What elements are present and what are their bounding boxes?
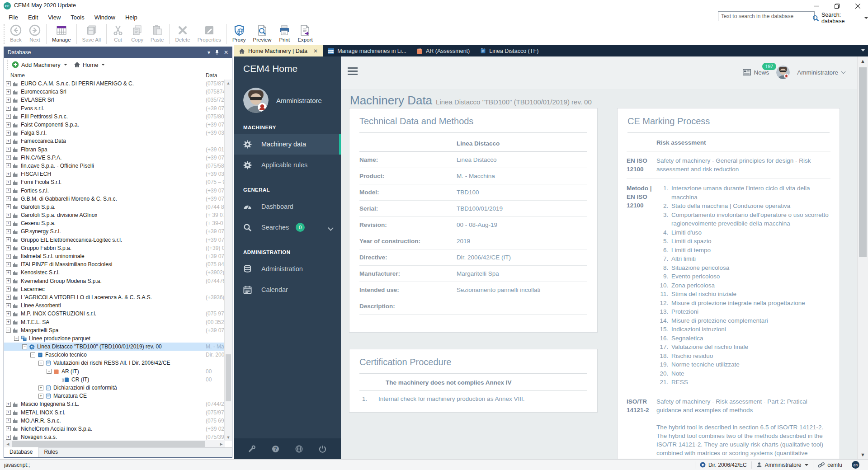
menu-window[interactable]: Window	[90, 13, 120, 22]
document-tab[interactable]: Manage machineries in Li...	[323, 45, 411, 56]
expander-icon[interactable]: +	[6, 81, 11, 86]
scroll-up-icon[interactable]: ▲	[225, 80, 232, 87]
expander-icon[interactable]: +	[6, 139, 11, 144]
toolbar-delete-button[interactable]: Delete	[171, 23, 193, 42]
expander-icon[interactable]: +	[6, 278, 11, 283]
tree-row[interactable]: + L'AGRICOLA VITOBELLO di Lacerenza A. &…	[4, 293, 225, 301]
expander-icon[interactable]: +	[6, 402, 11, 407]
user-avatar[interactable]	[776, 66, 790, 79]
expander-icon[interactable]: +	[6, 262, 11, 267]
expander-icon[interactable]: +	[6, 213, 11, 218]
tree-row[interactable]: − Linea Distacco "TBD100" (TBD100/01/201…	[4, 343, 225, 351]
toolbar-back-button[interactable]: Back	[6, 23, 25, 42]
tree-row[interactable]: + Faist Componenti S.p.a. (+39 07	[4, 121, 225, 129]
document-tab[interactable]: Linea Distacco (TF)	[475, 45, 543, 56]
tree-row[interactable]: + G.B.M. di Gabbarelli Moreno & C. S.n.c…	[4, 195, 225, 203]
add-machinery-button[interactable]: Add Machinery	[21, 61, 61, 68]
tree-row[interactable]: + GP.synergy S.r.l. (+39 07	[4, 227, 225, 235]
expander-icon[interactable]: +	[6, 237, 11, 242]
expander-icon[interactable]: +	[38, 394, 43, 399]
menu-view[interactable]: View	[43, 13, 66, 22]
expander-icon[interactable]: −	[38, 361, 43, 366]
tree-row[interactable]: − AR (IT) 00	[4, 367, 225, 376]
expander-icon[interactable]: +	[6, 254, 11, 259]
tree-row[interactable]: + Italmetal S.r.l. uninominale (+39 07	[4, 252, 225, 260]
tree-row[interactable]: + Kenosistec S.r.l. (+3902(	[4, 268, 225, 277]
restore-button[interactable]	[826, 0, 847, 12]
sidebar-item-administration[interactable]: Administration	[234, 258, 341, 279]
expander-icon[interactable]: +	[6, 270, 11, 275]
toolbar-manage-button[interactable]: Manage	[48, 23, 75, 42]
tree-row[interactable]: + M.P. INOX COSTRUZIONI s.r.l. (075 97(	[4, 310, 225, 318]
expander-icon[interactable]: +	[6, 131, 11, 136]
tree-row[interactable]: + ITALPINZE di Massimiliano Bocciolesi (…	[4, 260, 225, 268]
tree-row[interactable]: + Evos s.r.l. (+39 07	[4, 104, 225, 113]
status-language[interactable]: en	[847, 461, 864, 469]
tree-row[interactable]: − Linee produzione parquet	[4, 334, 225, 343]
tree-row[interactable]: + Gesenu S.p.a. (+ 39-0	[4, 219, 225, 227]
expander-icon[interactable]: −	[14, 336, 19, 341]
expander-icon[interactable]: +	[6, 122, 11, 127]
tree-row[interactable]: + Marcatura CE	[4, 392, 225, 400]
expander-icon[interactable]: +	[6, 320, 11, 324]
document-tab[interactable]: AR (Assessment)	[411, 45, 475, 56]
toolbar-next-button[interactable]: Next	[25, 23, 44, 42]
toolbar-print-button[interactable]: Print	[275, 23, 294, 42]
close-button[interactable]	[847, 0, 868, 12]
pin-icon[interactable]	[215, 50, 219, 55]
expander-icon[interactable]: +	[6, 89, 11, 94]
news-button[interactable]: News 197	[743, 69, 769, 76]
search-input[interactable]	[718, 11, 815, 21]
expander-icon[interactable]: +	[6, 221, 11, 226]
expander-icon[interactable]: +	[6, 180, 11, 185]
add-machinery-dropdown[interactable]	[64, 64, 67, 66]
home-dropdown[interactable]	[101, 64, 105, 66]
power-icon[interactable]	[319, 445, 326, 453]
expander-icon[interactable]: +	[6, 155, 11, 160]
tree-row[interactable]: + Mascio Ingegneria S.r.L. (0744/2	[4, 400, 225, 408]
home-button[interactable]: Home	[83, 61, 99, 68]
close-tab-icon[interactable]: ✕	[313, 48, 318, 54]
sidebar-item-searches[interactable]: Searches 0	[234, 217, 341, 238]
tree-row[interactable]: + Lacarmec	[4, 285, 225, 293]
toolbar-export-button[interactable]: Export	[294, 23, 316, 42]
expander-icon[interactable]: +	[6, 98, 11, 103]
sidebar-item-calendar[interactable]: Calendar	[234, 279, 341, 300]
tree-row[interactable]: + FISCATECH (+39 03	[4, 170, 225, 178]
tree-row[interactable]: + F.lli Pettirossi S.n.c. (075/80	[4, 113, 225, 121]
expander-icon[interactable]: +	[6, 245, 11, 250]
sidebar-item-machinery-data[interactable]: Machinery data	[234, 134, 341, 155]
dock-tab-database[interactable]: Database	[4, 447, 38, 457]
dock-tab-rules[interactable]: Rules	[38, 448, 63, 457]
tree-row[interactable]: + Garofoli S.p.a. divisione AGInox (+ 39…	[4, 211, 225, 219]
expander-icon[interactable]: +	[6, 287, 11, 291]
tree-row[interactable]: + Garofoli S.p.a. (0744 8(	[4, 203, 225, 211]
toolbar-copy-button[interactable]: Copy	[127, 23, 147, 42]
expander-icon[interactable]: −	[47, 369, 52, 374]
expander-icon[interactable]: +	[6, 172, 11, 177]
expander-icon[interactable]: +	[6, 418, 11, 423]
tree-row[interactable]: + Linee Assorbenti	[4, 301, 225, 310]
expander-icon[interactable]: +	[38, 385, 43, 390]
tree-row[interactable]: − Valutazioni dei rischi RESS All. I Dir…	[4, 359, 225, 367]
toolbar-proxy-button[interactable]: Proxy	[229, 23, 249, 42]
tree-row[interactable]: + Fameccanica.Data	[4, 137, 225, 145]
tree-row[interactable]: − Fascicolo tecnico Dir. 200	[4, 351, 225, 359]
document-tab[interactable]: Home Machinery | Data ✕	[234, 45, 323, 56]
scroll-left-icon[interactable]: ◄	[4, 440, 12, 448]
expander-icon[interactable]: +	[6, 196, 11, 201]
scroll-right-icon[interactable]: ►	[217, 440, 225, 448]
content-vertical-scrollbar[interactable]: ▲ ▼	[857, 56, 868, 459]
user-avatar[interactable]	[243, 88, 269, 113]
expander-icon[interactable]: +	[6, 295, 11, 300]
scroll-down-icon[interactable]: ▼	[225, 434, 232, 441]
expander-icon[interactable]: +	[6, 410, 11, 415]
status-connection[interactable]: cemfu	[813, 461, 847, 469]
tree-row[interactable]: + Falga S.r.l. (+39 03	[4, 129, 225, 137]
expander-icon[interactable]: −	[22, 344, 27, 349]
tree-row[interactable]: + METAL INOX S.r.l. (075/97	[4, 409, 225, 417]
tree-row[interactable]: + Euromeccanica Srl (075874	[4, 88, 225, 96]
toolbar-properties-button[interactable]: Properties	[194, 23, 225, 42]
window-position-icon[interactable]: ▾	[208, 49, 210, 56]
toolbar-cut-button[interactable]: Cut	[108, 23, 127, 42]
